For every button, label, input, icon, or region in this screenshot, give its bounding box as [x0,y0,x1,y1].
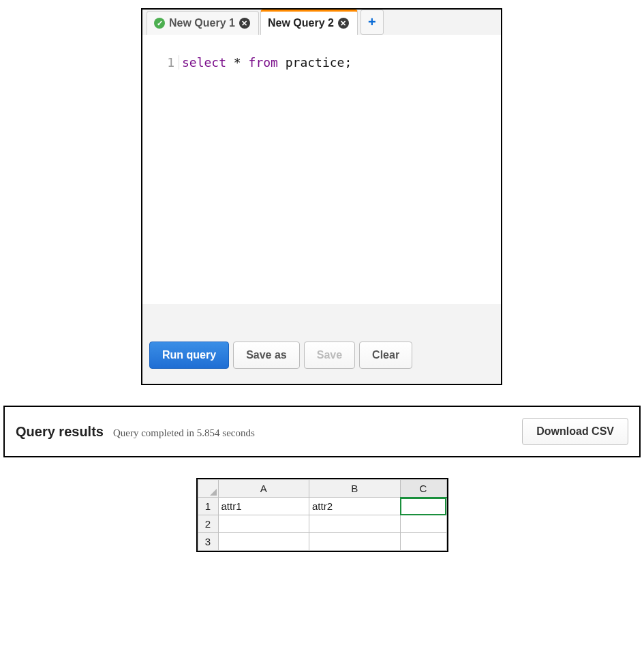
editor-toolbar: Run query Save as Save Clear [142,304,501,384]
cell-c2[interactable] [400,515,446,533]
save-as-button[interactable]: Save as [233,342,300,369]
line-number: 1 [142,55,179,70]
success-icon: ✓ [154,18,165,29]
tab-new-query-2[interactable]: New Query 2 ✕ [260,10,358,35]
results-title: Query results [16,424,104,440]
row-header[interactable]: 3 [198,533,218,551]
close-icon[interactable]: ✕ [338,18,349,29]
cell-c1[interactable] [400,498,446,515]
cell-a3[interactable] [218,533,309,551]
tab-new-query-1[interactable]: ✓ New Query 1 ✕ [147,11,259,35]
row-header[interactable]: 1 [198,498,218,515]
code-line: 1 select * from practice; [142,55,501,70]
cell-a2[interactable] [218,515,309,533]
spreadsheet-panel: A B C 1 attr1 attr2 2 3 [196,478,448,552]
keyword-select: select [182,55,226,70]
results-left: Query results Query completed in 5.854 s… [16,424,255,440]
cell-c3[interactable] [400,533,446,551]
column-header-row: A B C [198,480,446,498]
save-button[interactable]: Save [304,342,355,369]
add-tab-button[interactable]: + [361,10,384,35]
download-csv-button[interactable]: Download CSV [522,418,628,445]
code-content: select * from practice; [179,55,352,70]
query-editor-panel: ✓ New Query 1 ✕ New Query 2 ✕ + 1 select… [141,8,502,385]
column-header-b[interactable]: B [309,480,401,498]
spreadsheet[interactable]: A B C 1 attr1 attr2 2 3 [198,479,447,551]
column-header-a[interactable]: A [218,480,309,498]
keyword-from: from [249,55,278,70]
cell-a1[interactable]: attr1 [218,498,309,515]
tab-label: New Query 2 [268,17,334,29]
run-query-button[interactable]: Run query [149,342,229,369]
table-row: 1 attr1 attr2 [198,498,446,515]
plus-icon: + [368,14,376,29]
results-status: Query completed in 5.854 seconds [113,427,255,439]
table-row: 2 [198,515,446,533]
cell-b2[interactable] [309,515,401,533]
tab-bar: ✓ New Query 1 ✕ New Query 2 ✕ + [142,10,501,35]
row-header[interactable]: 2 [198,515,218,533]
cell-b3[interactable] [309,533,401,551]
column-header-c[interactable]: C [400,480,446,498]
cell-b1[interactable]: attr2 [309,498,401,515]
tab-label: New Query 1 [169,17,235,29]
table-row: 3 [198,533,446,551]
select-all-corner[interactable] [198,480,218,498]
close-icon[interactable]: ✕ [239,18,250,29]
sql-editor[interactable]: 1 select * from practice; [142,35,501,304]
clear-button[interactable]: Clear [359,342,412,369]
query-results-bar: Query results Query completed in 5.854 s… [3,406,641,457]
